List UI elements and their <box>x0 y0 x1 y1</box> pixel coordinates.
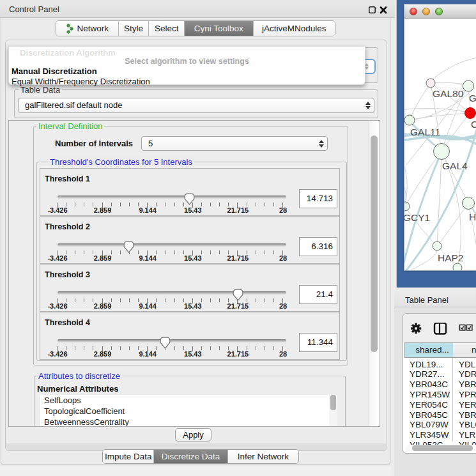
svg-text:GA: GA <box>469 93 476 104</box>
svg-text:GAL4: GAL4 <box>442 160 468 171</box>
svg-text:GCY1: GCY1 <box>404 212 430 223</box>
svg-text:C: C <box>471 119 476 130</box>
svg-text:HAP2: HAP2 <box>438 252 464 263</box>
svg-text:H: H <box>469 211 476 222</box>
svg-text:GAL11: GAL11 <box>410 127 440 137</box>
svg-text:GAL80: GAL80 <box>433 88 464 99</box>
